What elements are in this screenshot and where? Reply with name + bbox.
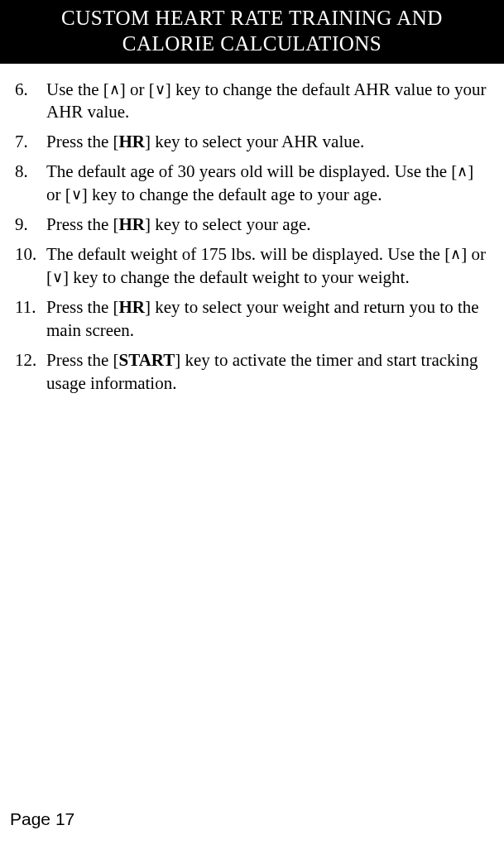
instruction-text: The default age of 30 years old will be … bbox=[46, 161, 457, 181]
step-number: 7. bbox=[15, 131, 40, 154]
page-footer: Page 17 bbox=[10, 809, 74, 829]
key-label: HR bbox=[119, 132, 146, 151]
step-number: 6. bbox=[15, 79, 40, 102]
instruction-item: 12.Press the [START] key to activate the… bbox=[46, 349, 489, 396]
step-number: 8. bbox=[15, 161, 40, 184]
instruction-item: 6.Use the [∧] or [∨] key to change the d… bbox=[46, 79, 489, 125]
instruction-text: The default weight of 175 lbs. will be d… bbox=[46, 244, 450, 264]
instruction-text: Press the [ bbox=[46, 214, 119, 234]
title-line-2: CALORIE CALCULATIONS bbox=[122, 32, 382, 55]
section-header: CUSTOM HEART RATE TRAINING AND CALORIE C… bbox=[0, 0, 504, 64]
arrow-icon: ∧ bbox=[109, 80, 120, 100]
instruction-text: Use the [ bbox=[46, 79, 109, 99]
instruction-list: 6.Use the [∧] or [∨] key to change the d… bbox=[0, 79, 504, 396]
instruction-text: ] key to select your AHR value. bbox=[145, 132, 364, 151]
instruction-text: ] key to change the default age to your … bbox=[82, 185, 382, 204]
instruction-item: 10.The default weight of 175 lbs. will b… bbox=[46, 243, 489, 290]
key-label: HR bbox=[119, 297, 146, 317]
instruction-text: Press the [ bbox=[46, 350, 119, 370]
instruction-text: Press the [ bbox=[46, 132, 119, 151]
arrow-icon: ∧ bbox=[457, 162, 468, 182]
arrow-icon: ∨ bbox=[52, 268, 63, 288]
instruction-text: ] key to change the default weight to yo… bbox=[63, 267, 410, 287]
page-number: Page 17 bbox=[10, 809, 74, 828]
key-label: START bbox=[119, 350, 175, 370]
instruction-item: 7.Press the [HR] key to select your AHR … bbox=[46, 131, 489, 154]
title-line-1: CUSTOM HEART RATE TRAINING AND bbox=[61, 7, 443, 29]
step-number: 12. bbox=[15, 349, 40, 372]
section-title: CUSTOM HEART RATE TRAINING AND CALORIE C… bbox=[8, 5, 496, 57]
instruction-text: ] or [ bbox=[120, 79, 155, 99]
key-label: HR bbox=[119, 214, 146, 234]
arrow-icon: ∧ bbox=[450, 245, 461, 265]
instruction-item: 11.Press the [HR] key to select your wei… bbox=[46, 296, 489, 343]
step-number: 10. bbox=[15, 243, 40, 266]
step-number: 11. bbox=[15, 296, 40, 319]
instruction-text: Press the [ bbox=[46, 297, 119, 317]
step-number: 9. bbox=[15, 214, 40, 237]
arrow-icon: ∨ bbox=[155, 80, 166, 100]
instruction-item: 9.Press the [HR] key to select your age. bbox=[46, 214, 489, 237]
instruction-item: 8.The default age of 30 years old will b… bbox=[46, 161, 489, 207]
arrow-icon: ∨ bbox=[71, 185, 82, 205]
instruction-text: ] key to select your age. bbox=[145, 214, 311, 234]
